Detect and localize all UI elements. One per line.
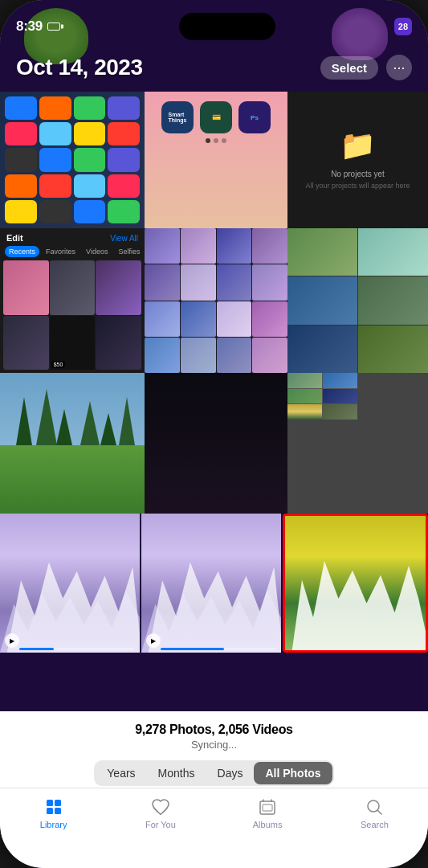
edit-label: Edit bbox=[6, 233, 23, 243]
mosaic-2 bbox=[181, 228, 216, 264]
nav-label-albums: Albums bbox=[253, 820, 283, 829]
thumb-5[interactable] bbox=[287, 326, 357, 373]
tab-all-photos[interactable]: All Photos bbox=[254, 762, 332, 784]
edit-thumb-1[interactable] bbox=[3, 260, 49, 315]
mosaic-6 bbox=[181, 264, 216, 300]
mosaic-4 bbox=[252, 228, 287, 264]
thumb-4[interactable] bbox=[358, 276, 428, 324]
lavender-photo-1 bbox=[0, 514, 140, 653]
folder-icon: 📁 bbox=[340, 129, 376, 162]
rthumb-4[interactable] bbox=[323, 389, 357, 404]
edit-thumbnails: $50 bbox=[0, 260, 145, 373]
tab-days[interactable]: Days bbox=[206, 762, 255, 784]
mosaic-5 bbox=[145, 264, 180, 300]
landscape-thumb-grid bbox=[287, 228, 428, 373]
play-icon-1: ▶ bbox=[5, 633, 19, 648]
dynamic-island bbox=[179, 13, 275, 40]
mosaic-7 bbox=[217, 264, 252, 300]
view-all-link[interactable]: View All bbox=[110, 234, 138, 243]
svg-rect-1 bbox=[0, 445, 145, 514]
nav-label-library: Library bbox=[40, 820, 67, 829]
svg-rect-10 bbox=[47, 808, 53, 814]
edit-thumb-4[interactable] bbox=[3, 316, 49, 371]
mosaic-11 bbox=[217, 301, 252, 337]
photo-cell-phone-screenshot[interactable] bbox=[0, 92, 145, 228]
photo-cell-dark[interactable] bbox=[145, 373, 287, 514]
svg-rect-9 bbox=[55, 800, 61, 806]
photo-cell-meadow[interactable] bbox=[0, 373, 145, 514]
status-left: 8:39 bbox=[16, 18, 60, 35]
rthumb-2[interactable] bbox=[323, 373, 357, 388]
photo-cell-purple-mosaic[interactable] bbox=[145, 228, 287, 373]
selected-photo bbox=[285, 516, 426, 650]
timeline-tabs: Years Months Days All Photos bbox=[94, 760, 333, 786]
for-you-icon bbox=[150, 796, 171, 817]
phone-frame: 8:39 28 Oct 14, 2023 Select ··· bbox=[0, 0, 428, 868]
rthumb-1[interactable] bbox=[287, 373, 322, 388]
rthumb-3[interactable] bbox=[287, 389, 322, 404]
svg-rect-11 bbox=[55, 808, 61, 814]
nav-item-search[interactable]: Search bbox=[350, 796, 398, 829]
edit-tab-favorites[interactable]: Favorites bbox=[42, 246, 79, 257]
rthumb-5[interactable] bbox=[287, 404, 322, 420]
mosaic-13 bbox=[145, 338, 180, 373]
photo-cell-no-projects[interactable]: 📁 No projects yet All your projects will… bbox=[287, 92, 428, 228]
grid-row-4: ▶ ▶ bbox=[0, 514, 428, 653]
photo-cell-lavender-2[interactable]: ▶ bbox=[141, 514, 281, 653]
photo-cell-selected-tree[interactable] bbox=[283, 514, 428, 653]
header-controls: Select ··· bbox=[320, 55, 412, 80]
scrubber-2 bbox=[161, 648, 276, 650]
meadow-photo bbox=[0, 373, 145, 514]
photo-cell-right-thumbs[interactable] bbox=[287, 373, 428, 514]
photo-cell-landscape-thumbs[interactable] bbox=[287, 228, 428, 373]
mosaic-9 bbox=[145, 301, 180, 337]
photo-cell-lavender-1[interactable]: ▶ bbox=[0, 514, 140, 653]
nav-label-search: Search bbox=[361, 820, 389, 829]
thumb-3[interactable] bbox=[287, 276, 357, 324]
syncing-status: Syncing... bbox=[135, 739, 292, 751]
bottom-nav: Library For You bbox=[0, 788, 428, 868]
library-icon bbox=[43, 796, 64, 817]
app-icons bbox=[0, 92, 145, 228]
edit-tab-selfies[interactable]: Selfies bbox=[114, 246, 144, 257]
edit-thumb-6[interactable] bbox=[96, 316, 141, 371]
nav-item-library[interactable]: Library bbox=[30, 796, 78, 829]
thumb-6[interactable] bbox=[358, 326, 428, 373]
edit-thumb-2[interactable] bbox=[50, 260, 96, 315]
photo-count: 9,278 Photos, 2,056 Videos bbox=[135, 723, 292, 737]
scrubber-1 bbox=[19, 648, 135, 650]
photo-cell-ps-apps[interactable]: SmartThings 💳 Ps bbox=[145, 92, 287, 228]
nav-item-for-you[interactable]: For You bbox=[137, 796, 185, 829]
select-button[interactable]: Select bbox=[320, 56, 378, 80]
edit-tab-videos[interactable]: Videos bbox=[82, 246, 112, 257]
no-projects-text: No projects yet All your projects will a… bbox=[305, 169, 410, 191]
ps-area: SmartThings 💳 Ps bbox=[145, 92, 287, 228]
mosaic-8 bbox=[252, 264, 287, 300]
rthumb-6[interactable] bbox=[323, 404, 357, 420]
edit-thumb-5[interactable]: $50 bbox=[50, 316, 96, 371]
phone-inner: 8:39 28 Oct 14, 2023 Select ··· bbox=[0, 0, 428, 868]
thumb-1[interactable] bbox=[287, 228, 357, 276]
mosaic-15 bbox=[217, 338, 252, 373]
tab-years[interactable]: Years bbox=[96, 762, 146, 784]
grid-row-3 bbox=[0, 373, 428, 514]
more-button[interactable]: ··· bbox=[386, 55, 412, 80]
grid-row-2: Edit View All Recents Favorites Videos S… bbox=[0, 228, 428, 373]
status-time: 8:39 bbox=[16, 18, 43, 35]
nav-item-albums[interactable]: Albums bbox=[243, 796, 291, 829]
nav-label-for-you: For You bbox=[145, 820, 176, 829]
scrubber-fill-1 bbox=[19, 648, 54, 650]
dynamic-island-container bbox=[179, 13, 275, 40]
svg-rect-13 bbox=[263, 805, 272, 811]
ps-icons: SmartThings 💳 Ps bbox=[154, 101, 278, 133]
thumb-2[interactable] bbox=[358, 228, 428, 276]
ps-dots bbox=[206, 138, 226, 143]
tree-silhouette-5 bbox=[285, 556, 426, 650]
mosaic-3 bbox=[217, 228, 252, 264]
status-right: 28 bbox=[394, 18, 412, 35]
edit-thumb-3[interactable] bbox=[96, 260, 141, 315]
photo-cell-edit-strip[interactable]: Edit View All Recents Favorites Videos S… bbox=[0, 228, 145, 373]
tab-months[interactable]: Months bbox=[147, 762, 206, 784]
no-projects-area: 📁 No projects yet All your projects will… bbox=[287, 92, 428, 228]
edit-tab-recents[interactable]: Recents bbox=[5, 246, 39, 257]
